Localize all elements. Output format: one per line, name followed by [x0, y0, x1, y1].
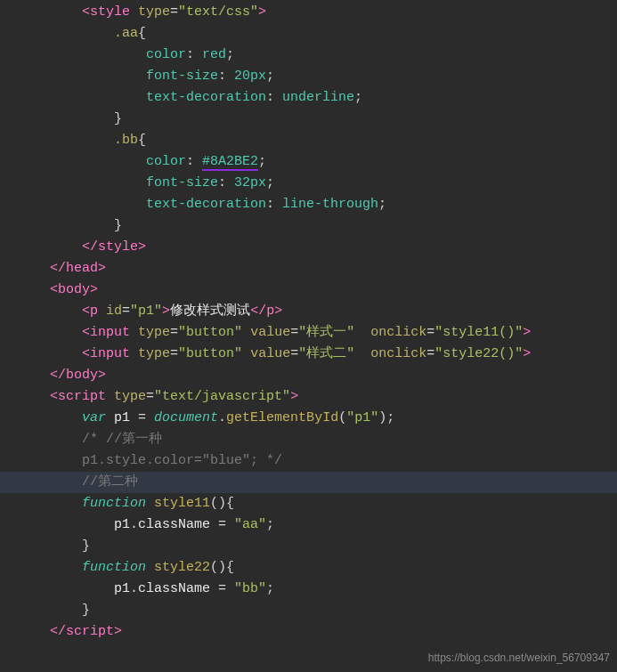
code-line: <script type="text/javascript">: [18, 386, 617, 408]
code-line: color: red;: [18, 45, 617, 66]
code-line: }: [18, 600, 617, 621]
code-line: /* //第一种: [18, 429, 617, 450]
code-line: <input type="button" value="样式二" onclick…: [18, 344, 617, 365]
code-line: </body>: [18, 365, 617, 386]
code-line: <style type="text/css">: [18, 2, 617, 23]
code-line: .aa{: [18, 23, 617, 45]
code-line: }: [18, 109, 617, 130]
watermark: https://blog.csdn.net/weixin_56709347: [428, 647, 610, 668]
code-line: var p1 = document.getElementById("p1");: [18, 408, 617, 429]
code-line: font-size: 32px;: [18, 173, 617, 194]
code-line: }: [18, 536, 617, 557]
code-line: function style22(){: [18, 557, 617, 579]
code-line: }: [18, 215, 617, 237]
code-line: <body>: [18, 279, 617, 301]
gutter: [0, 0, 16, 643]
code-editor[interactable]: <style type="text/css"> .aa{ color: red;…: [0, 0, 617, 643]
code-line: </script>: [18, 621, 617, 643]
code-line: color: #8A2BE2;: [18, 151, 617, 173]
code-line: </head>: [18, 258, 617, 279]
code-line: .bb{: [18, 130, 617, 151]
code-line: p1.className = "bb";: [18, 579, 617, 600]
code-line: //第二种: [0, 472, 617, 493]
code-content: <style type="text/css"> .aa{ color: red;…: [18, 2, 617, 643]
code-line: function style11(){: [18, 493, 617, 514]
code-line: font-size: 20px;: [18, 66, 617, 87]
code-line: text-decoration: line-through;: [18, 194, 617, 215]
code-line: p1.className = "aa";: [18, 514, 617, 536]
code-line: <p id="p1">修改样式测试</p>: [18, 301, 617, 322]
code-line: </style>: [18, 237, 617, 258]
code-line: p1.style.color="blue"; */: [18, 450, 617, 472]
code-line: <input type="button" value="样式一" onclick…: [18, 322, 617, 344]
code-line: text-decoration: underline;: [18, 87, 617, 109]
